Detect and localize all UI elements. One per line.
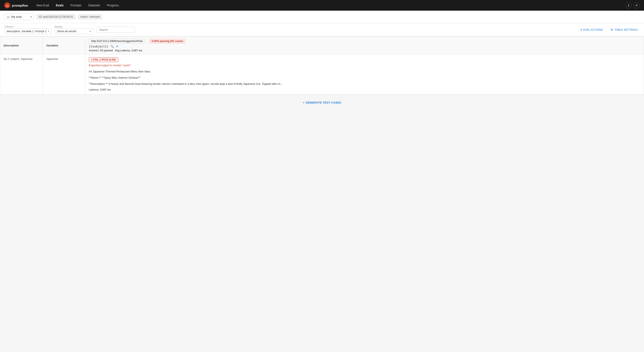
output-content: ## Japanese Themed Restaurant Menu Item … (89, 70, 640, 86)
eval-selector-chevron: ▾ (30, 15, 32, 19)
search-input[interactable] (96, 27, 135, 33)
columns-filter-group: Columns description, Variable 1, Prompt … (4, 25, 51, 34)
plus-icon: + (303, 101, 304, 104)
display-filter-group: Display Show all results ▾ (55, 25, 93, 34)
result-cell: 1 FAIL 2 PASS (0.65) Expected output to … (86, 54, 644, 94)
eval-toolbar: 🗂 My eval ▾ ID: eval-2024-09-11T00:55:01… (0, 11, 644, 23)
info-button[interactable]: ℹ (625, 2, 632, 9)
gear-icon: ⚙ (610, 28, 613, 31)
eval-table: Description Variables http://127.0.0.1:3… (0, 37, 644, 94)
description-value: No.1 subject: Japanese (4, 57, 32, 61)
table-settings-label: TABLE SETTINGS (614, 28, 638, 31)
display-filter-chevron: ▾ (90, 30, 91, 32)
top-navigation: 🦊 promptfoo New Eval Evals Prompts Datas… (0, 0, 644, 11)
output-line-2: **Name:** **Spicy Miso Salmon Donburi** (89, 76, 640, 80)
nav-datasets[interactable]: Datasets (86, 2, 103, 9)
col-outputs-header: http://127.0.0.1:3400/menuSuggestionFlow… (86, 37, 644, 54)
nav-evals[interactable]: Evals (53, 2, 66, 9)
latency-row: Latency: 3,067 ms (89, 88, 640, 91)
prompt-search-icon[interactable]: 🔍 (110, 45, 114, 48)
prompt-external-link-icon[interactable]: ↗ (116, 45, 118, 48)
display-filter-label: Display (55, 25, 93, 28)
output-line-1: ## Japanese Themed Restaurant Menu Item … (89, 70, 640, 74)
columns-filter-value: description, Variable 1, Prompt 1 (6, 30, 47, 33)
nav-prompts[interactable]: Prompts (68, 2, 84, 9)
logo-text: promptfoo (12, 4, 28, 7)
passing-badge: 0.00% passing (0/1 cases) (149, 39, 185, 44)
columns-filter-chevron: ▾ (48, 30, 49, 32)
eval-selector[interactable]: 🗂 My eval ▾ (4, 14, 34, 20)
eval-id-badge: ID: eval-2024-09-11T00:55:01 (37, 14, 76, 20)
author-badge: Author: Unknown (78, 14, 102, 20)
nav-new-eval[interactable]: New Eval (34, 2, 52, 9)
col-variables-header: Variables (43, 37, 86, 54)
app-logo[interactable]: 🦊 promptfoo (4, 2, 28, 8)
description-cell: No.1 subject: Japanese (0, 54, 43, 94)
table-settings-button[interactable]: ⚙ TABLE SETTINGS (608, 27, 640, 33)
theme-button[interactable]: ☀ (633, 2, 640, 9)
logo-icon: 🦊 (4, 2, 10, 8)
fail-pass-badge: 1 FAIL 2 PASS (0.65) (89, 57, 118, 62)
prompt-url-badge: http://127.0.0.1:3400/menuSuggestionFlow (89, 39, 145, 44)
prompt-name-row: {{subject}} 🔍 ↗ (89, 45, 640, 48)
main-content: Description Variables http://127.0.0.1:3… (0, 37, 644, 111)
generate-label: GENERATE TEST CASES (306, 101, 341, 104)
eval-actions-button[interactable]: ▾ EVAL ACTIONS (578, 27, 605, 33)
columns-filter-label: Columns (4, 25, 51, 28)
asserts-row: Asserts: 2/3 passed Avg Latency: 3,067 m… (89, 49, 640, 52)
output-line-3: **Description:** A hearty and flavorful … (89, 82, 640, 86)
display-filter-select[interactable]: Show all results ▾ (55, 28, 93, 34)
table-row: No.1 subject: Japanese Japanese 1 FAIL 2… (0, 54, 644, 94)
prompt-template: {{subject}} (89, 45, 108, 48)
eval-actions-chevron: ▾ (580, 28, 582, 31)
variable-cell: Japanese (43, 54, 86, 94)
eval-name: My eval (11, 15, 22, 19)
expected-fail-message: Expected output to contain "sushi" (89, 64, 640, 67)
nav-progress[interactable]: Progress (104, 2, 122, 9)
eval-selector-icon: 🗂 (6, 15, 10, 19)
generate-test-cases-row: + GENERATE TEST CASES (0, 94, 644, 111)
col-description-header: Description (0, 37, 43, 54)
filter-bar: Columns description, Variable 1, Prompt … (0, 23, 644, 37)
generate-test-cases-button[interactable]: + GENERATE TEST CASES (303, 101, 341, 104)
eval-actions-label: EVAL ACTIONS (583, 28, 603, 31)
columns-filter-select[interactable]: description, Variable 1, Prompt 1 ▾ (4, 28, 51, 34)
variable-value: Japanese (46, 57, 58, 61)
display-filter-value: Show all results (57, 30, 76, 33)
